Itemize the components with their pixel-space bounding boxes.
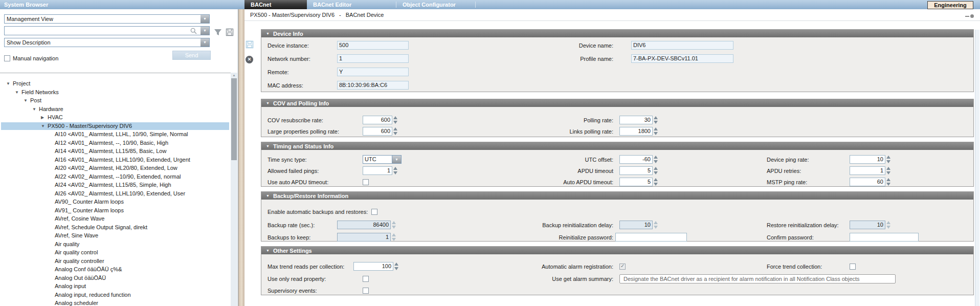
network-number-field[interactable]: 1 [337, 54, 409, 63]
tree-item[interactable]: ▼Project [1, 80, 229, 88]
spinner[interactable] [654, 178, 658, 186]
panel-splitter[interactable] [238, 9, 244, 306]
save-icon[interactable] [246, 40, 254, 49]
tree-item[interactable]: ▶HVAC [1, 114, 229, 121]
send-button[interactable]: Send [172, 51, 211, 60]
tree-item[interactable]: AI16 <AV01_ Alarmtest, LLHL10/90, Extend… [1, 156, 229, 164]
device-ping-rate-input[interactable]: 10 [850, 155, 885, 164]
section-header-backup-restore[interactable]: ▼ Backup/Restore Information [261, 192, 973, 200]
remote-field[interactable]: Y [337, 68, 409, 76]
large-properties-polling-rate-input[interactable]: 600 [363, 127, 392, 136]
spinner[interactable] [886, 178, 891, 186]
filter-icon[interactable] [214, 28, 222, 36]
save-icon[interactable] [226, 28, 234, 36]
tree-item[interactable]: AI26 <AV02_ Alarmtest, LLHL10/90, Extend… [1, 190, 229, 198]
chevron-down-icon[interactable]: ▼ [201, 38, 209, 47]
scrollbar-thumb[interactable] [231, 78, 237, 160]
chevron-down-icon[interactable]: ▼ [32, 106, 36, 112]
engineering-mode-button[interactable]: Engineering [927, 1, 973, 9]
max-trend-reads-input[interactable]: 100 [353, 262, 393, 271]
force-trend-collection-checkbox[interactable] [850, 264, 856, 270]
tree-item[interactable]: AVref, Schedule Output Signal, direkt [1, 224, 229, 231]
tab-bacnet-editor[interactable]: BACnet Editor [307, 0, 396, 9]
tree-item[interactable]: ▼Post [1, 97, 229, 104]
chevron-down-icon[interactable]: ▼ [392, 155, 402, 164]
section-header-other-settings[interactable]: ▼ Other Settings [261, 247, 973, 254]
tree-item[interactable]: Analog scheduler [1, 299, 229, 306]
search-box[interactable]: ▼ [4, 26, 210, 35]
spinner[interactable] [886, 166, 891, 175]
tab-bacnet[interactable]: BACnet [244, 0, 307, 9]
breadcrumb-view[interactable]: BACnet Device [346, 12, 384, 18]
tree-item[interactable]: Analog Out öäüÖÄÜ [1, 274, 229, 282]
tree-item[interactable]: AI12 <AV01_ Alarmtest, --, 10/90, Basic,… [1, 139, 229, 147]
chevron-down-icon[interactable]: ▼ [201, 27, 209, 35]
tree-scrollbar[interactable]: ▲ [231, 73, 237, 306]
tree-item[interactable]: ▼Field Networks [1, 89, 229, 96]
tree-item[interactable]: AI20 <AV02_ Alarmtest, HL20/80, Extended… [1, 164, 229, 172]
spinner[interactable] [393, 127, 398, 136]
close-icon[interactable]: ✕ [246, 56, 253, 63]
chevron-down-icon[interactable]: ▼ [41, 123, 45, 129]
chevron-down-icon[interactable]: ▼ [24, 98, 28, 103]
tree-item[interactable]: Analog input [1, 282, 229, 290]
display-mode-dropdown[interactable]: Show Description ▼ [4, 38, 210, 47]
chevron-right-icon[interactable]: ▶ [41, 115, 44, 120]
spinner[interactable] [654, 155, 658, 164]
spinner[interactable] [393, 116, 398, 124]
tree-item[interactable]: ▼Hardware [1, 105, 229, 113]
tree-item[interactable]: Analog Conf öäüÖÄÜ ç%& [1, 266, 229, 273]
scroll-up-icon[interactable]: ▲ [231, 73, 237, 78]
tree-item[interactable]: AI10 <AV01_ Alarmtest, LLHL, 10/90, Simp… [1, 130, 229, 138]
search-input[interactable] [5, 27, 191, 35]
chevron-down-icon[interactable]: ▼ [201, 15, 209, 23]
tree-item[interactable]: Air quality control [1, 249, 229, 256]
time-sync-type-select[interactable]: UTC [363, 155, 392, 164]
enable-auto-backups-checkbox[interactable] [371, 209, 377, 215]
device-instance-field[interactable]: 500 [337, 41, 409, 50]
tree-item[interactable]: AVref, Sine Wave [1, 232, 229, 239]
spinner[interactable] [393, 166, 398, 175]
content-scrollbar[interactable] [975, 30, 979, 306]
tree-item[interactable]: Air quality controller [1, 257, 229, 265]
tree-item[interactable]: AI22 <AV02_ Alarmtest, --10/90, Extended… [1, 173, 229, 181]
use-only-read-property-checkbox[interactable] [363, 276, 369, 282]
spinner[interactable] [394, 262, 399, 271]
section-header-cov-polling[interactable]: ▼ COV and Polling Info [261, 99, 973, 107]
tree-item[interactable]: AV91_ Counter Alarm loops [1, 207, 229, 214]
section-header-timing-status[interactable]: ▼ Timing and Status Info [261, 142, 973, 150]
view-dropdown[interactable]: Management View ▼ [4, 14, 210, 24]
tree-item[interactable]: AVref, Cosine Wave [1, 215, 229, 223]
cov-resubscribe-rate-input[interactable]: 600 [363, 116, 392, 124]
tab-object-configurator[interactable]: Object Configurator [396, 0, 475, 9]
spinner[interactable] [654, 127, 658, 136]
tree-item[interactable]: AV90_ Counter Alarm loops [1, 198, 229, 206]
use-auto-apdu-timeout-checkbox[interactable] [363, 179, 369, 185]
breadcrumb-object[interactable]: PX500 - Master/Supervisory DIV6 [250, 12, 335, 18]
mstp-ping-rate-input[interactable]: 60 [850, 178, 885, 186]
profile-name-field[interactable]: 7-BA-PX-DEV-SBCv11.01 [631, 54, 733, 63]
links-polling-rate-input[interactable]: 1800 [619, 127, 653, 136]
spinner[interactable] [886, 155, 891, 164]
tree-item[interactable]: Analog input, reduced function [1, 291, 229, 299]
mac-address-field[interactable]: 8B:10:30:96:BA:C6 [337, 81, 409, 90]
tree-item[interactable]: AI24 <AV02_ Alarmtest, LL15/85, Simple, … [1, 181, 229, 189]
auto-apdu-timeout-input[interactable]: 5 [619, 178, 653, 186]
tree-item[interactable]: AI14 <AV01_ Alarmtest, LL15/85, Basic, L… [1, 147, 229, 155]
tree-item[interactable]: ▼PX500 - Master/Supervisory DIV6 [1, 122, 229, 130]
polling-rate-input[interactable]: 30 [619, 116, 653, 124]
apdu-timeout-input[interactable]: 5 [619, 166, 653, 175]
device-name-field[interactable]: DIV6 [631, 41, 733, 50]
reinitialize-password-input[interactable] [615, 233, 687, 242]
allowed-failed-pings-input[interactable]: 1 [363, 166, 392, 175]
apdu-retries-input[interactable]: 1 [850, 166, 885, 175]
confirm-password-input[interactable] [850, 233, 919, 242]
chevron-down-icon[interactable]: ▼ [15, 90, 19, 95]
spinner[interactable] [654, 116, 658, 124]
utc-offset-input[interactable]: -60 [619, 155, 653, 164]
supervisory-events-checkbox[interactable] [363, 288, 369, 294]
pin-icon[interactable] [965, 14, 974, 18]
tree-item[interactable]: Air quality [1, 241, 229, 248]
chevron-down-icon[interactable]: ▼ [6, 81, 10, 86]
manual-navigation-checkbox[interactable] [4, 55, 10, 61]
